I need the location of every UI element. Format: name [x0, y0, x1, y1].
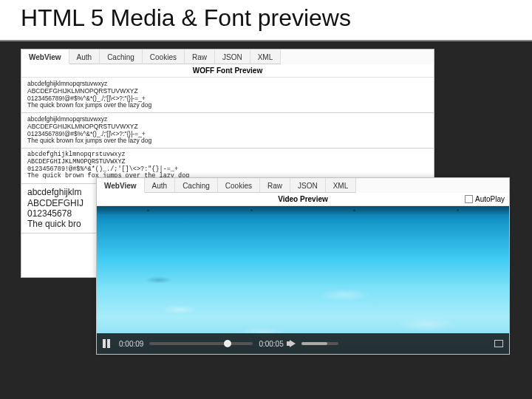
video-area[interactable]: 0:00:09 0:00:05 — [97, 206, 509, 354]
volume-bar[interactable] — [301, 342, 338, 345]
tab-json[interactable]: JSON — [290, 178, 326, 193]
font-sample-block: abcdefghijklmnopqrstuvwxyz ABCDEFGHIJKLM… — [21, 113, 434, 149]
tab-webview[interactable]: WebView — [97, 178, 145, 193]
tab-caching[interactable]: Caching — [175, 178, 218, 193]
video-panel-header: Video Preview AutoPlay — [97, 193, 509, 206]
video-preview-panel: WebView Auth Caching Cookies Raw JSON XM… — [96, 177, 510, 355]
font-sample-line: The quick brown fox jumps over the lazy … — [27, 137, 428, 145]
tab-auth[interactable]: Auth — [145, 178, 176, 193]
font-sample-block: abcdefghijklmnopqrstuvwxyz ABCDEFGHIJKLM… — [21, 78, 434, 113]
tab-cookies[interactable]: Cookies — [143, 50, 185, 64]
font-panel-title: WOFF Font Preview — [21, 64, 434, 78]
video-controls: 0:00:09 0:00:05 — [97, 333, 509, 354]
volume-fill — [301, 342, 327, 345]
tab-xml[interactable]: XML — [326, 178, 357, 193]
tab-cookies[interactable]: Cookies — [218, 178, 260, 193]
tab-xml[interactable]: XML — [250, 50, 282, 64]
seek-knob-icon — [224, 340, 231, 347]
checkbox-icon — [465, 195, 473, 203]
slide-title: HTML 5 Media & Font previews — [21, 4, 351, 32]
tab-json[interactable]: JSON — [215, 50, 250, 64]
font-sample-line: The quick brown fox jumps over the lazy … — [27, 102, 428, 109]
pause-icon — [103, 339, 106, 348]
elapsed-time: 0:00:09 — [119, 340, 143, 348]
video-panel-title: Video Preview — [97, 195, 509, 203]
tab-webview[interactable]: WebView — [21, 50, 69, 64]
tab-caching[interactable]: Caching — [100, 50, 143, 64]
autoplay-toggle[interactable]: AutoPlay — [465, 195, 505, 203]
video-panel-tabs: WebView Auth Caching Cookies Raw JSON XM… — [97, 178, 509, 193]
pause-icon — [107, 339, 110, 348]
video-frame-content — [97, 206, 509, 354]
autoplay-label: AutoPlay — [475, 195, 505, 203]
fullscreen-icon[interactable] — [494, 340, 503, 347]
pause-button[interactable] — [103, 338, 113, 349]
seek-bar[interactable] — [149, 342, 253, 345]
volume-icon[interactable] — [290, 340, 296, 347]
tab-raw[interactable]: Raw — [185, 50, 215, 64]
font-panel-tabs: WebView Auth Caching Cookies Raw JSON XM… — [21, 50, 434, 64]
tab-raw[interactable]: Raw — [260, 178, 290, 193]
tab-auth[interactable]: Auth — [69, 50, 100, 64]
remaining-time: 0:00:05 — [259, 340, 283, 348]
